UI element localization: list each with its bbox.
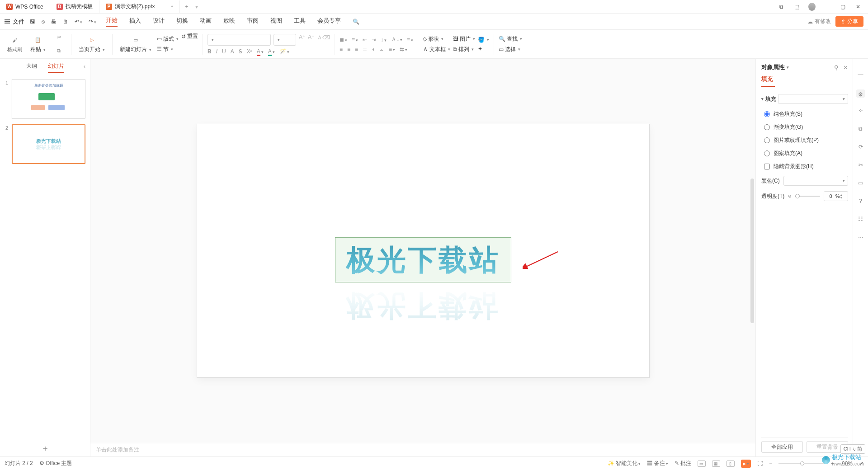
save-icon[interactable]: 🖫: [30, 19, 35, 25]
new-slide[interactable]: ▭新建幻灯片: [117, 35, 154, 53]
color-picker[interactable]: [783, 176, 848, 186]
file-menu[interactable]: 文件: [13, 18, 24, 26]
rail-more-icon[interactable]: ⋯: [858, 234, 863, 242]
window-minimize-icon[interactable]: —: [824, 4, 831, 10]
font-size-select[interactable]: [274, 34, 296, 46]
text-direction-button[interactable]: Ａ↓: [391, 36, 402, 43]
font-family-select[interactable]: [208, 34, 271, 46]
zoom-out-icon[interactable]: −: [769, 461, 772, 467]
line-spacing-button[interactable]: ↕: [381, 37, 387, 43]
hamburger-icon[interactable]: [5, 19, 10, 24]
cloud-modify[interactable]: ☁ 有修改: [807, 18, 831, 25]
align-center-button[interactable]: ≡: [347, 46, 350, 52]
smart-beautify[interactable]: ✨ 智能美化: [608, 460, 641, 467]
fit-window-icon[interactable]: ⛶: [757, 461, 763, 467]
window-pip-icon[interactable]: ⧉: [778, 4, 785, 10]
align-right-button[interactable]: ≡: [355, 46, 358, 52]
rail-screen-icon[interactable]: ▭: [858, 180, 863, 188]
tab-menu-caret[interactable]: ▾: [195, 4, 198, 10]
pin-icon[interactable]: ⚲: [834, 64, 839, 71]
app-tab-template[interactable]: D 找稿壳模板: [50, 0, 99, 13]
paste-button[interactable]: 📋粘贴: [28, 35, 48, 53]
status-notes[interactable]: ☰ 备注: [647, 460, 668, 467]
indent-dec-button[interactable]: ⇤: [363, 37, 367, 43]
preview-icon[interactable]: 🗎: [63, 19, 68, 25]
text-effects-button[interactable]: 🪄: [279, 48, 289, 55]
fill-preset-select[interactable]: [778, 94, 848, 104]
window-maximize-icon[interactable]: ▢: [839, 4, 846, 10]
zoom-slider[interactable]: [778, 463, 824, 464]
view-normal-icon[interactable]: ▭: [698, 461, 706, 467]
rail-collapse-icon[interactable]: —: [858, 71, 863, 80]
rail-style-icon[interactable]: ✧: [859, 108, 863, 116]
section-select[interactable]: ☰ 节: [157, 46, 179, 53]
rail-tools-icon[interactable]: ✂: [859, 162, 863, 170]
window-cube-icon[interactable]: ⬚: [793, 4, 800, 10]
window-close-icon[interactable]: ✕: [854, 4, 862, 10]
menu-show[interactable]: 放映: [223, 17, 235, 26]
redo-button[interactable]: ↷: [89, 19, 96, 25]
app-tab-file[interactable]: P 演示文稿(2).pptx •: [99, 0, 180, 13]
notes-placeholder[interactable]: 单击此处添加备注: [90, 443, 755, 456]
layout-select[interactable]: ▭ 版式: [157, 35, 179, 43]
fill-gradient-radio[interactable]: 渐变填充(G): [761, 123, 848, 131]
slide-canvas[interactable]: 极光下载站 极光下载站: [197, 124, 649, 377]
format-painter[interactable]: 🖌格式刷: [5, 35, 25, 53]
canvas-scrollbar[interactable]: [750, 59, 754, 443]
menu-design[interactable]: 设计: [153, 17, 165, 26]
strike-button[interactable]: S̶: [239, 48, 242, 55]
status-comments[interactable]: ✎ 批注: [675, 460, 691, 467]
rail-help-icon[interactable]: ?: [859, 198, 862, 206]
effects-picker[interactable]: ✦: [478, 46, 489, 52]
apply-all-button[interactable]: 全部应用: [761, 441, 803, 453]
play-button[interactable]: ▶: [741, 460, 751, 468]
picture-button[interactable]: 🖼 图片: [453, 35, 475, 43]
align-justify-button[interactable]: ≣: [363, 46, 367, 52]
textbox-button[interactable]: Ａ 文本框: [423, 46, 450, 53]
menu-start[interactable]: 开始: [106, 16, 118, 27]
reset-button[interactable]: ↺ 重置: [181, 33, 198, 40]
fill-picker[interactable]: 🪣: [478, 37, 489, 43]
select-button[interactable]: ▭ 选择: [499, 46, 522, 53]
app-tab-wps[interactable]: W WPS Office: [0, 0, 50, 13]
arrange-button[interactable]: ⧉ 排列: [453, 46, 475, 53]
menu-insert[interactable]: 插入: [129, 17, 141, 26]
indent-inc-button[interactable]: ⇥: [372, 37, 376, 43]
align-left-button[interactable]: ≡: [340, 46, 343, 52]
numbering-button[interactable]: ≡: [352, 37, 358, 43]
font-color-button[interactable]: A: [257, 48, 264, 55]
from-current[interactable]: ▷当页开始: [76, 35, 108, 53]
spacing-button[interactable]: ⇆: [400, 46, 407, 52]
shadow-button[interactable]: A: [231, 48, 234, 55]
undo-button[interactable]: ↶: [75, 19, 82, 25]
status-theme[interactable]: ⚙ Office 主题: [39, 460, 72, 467]
rail-settings-icon[interactable]: ⚙: [856, 89, 865, 98]
columns-button[interactable]: ≡: [389, 46, 395, 52]
menu-transition[interactable]: 切换: [176, 17, 188, 26]
opacity-value[interactable]: 0 %▴▾: [824, 191, 848, 201]
share-button[interactable]: ⇪ 分享: [835, 16, 863, 27]
export-icon[interactable]: ⎋: [42, 19, 45, 25]
left-tab-slides[interactable]: 幻灯片: [48, 62, 64, 73]
italic-button[interactable]: I: [216, 48, 217, 55]
fill-solid-radio[interactable]: 纯色填充(S): [761, 110, 848, 118]
menu-view[interactable]: 视图: [270, 17, 282, 26]
panel-collapse-icon[interactable]: ‹: [84, 63, 85, 71]
menu-vip[interactable]: 会员专享: [317, 17, 341, 26]
fill-texture-radio[interactable]: 图片或纹理填充(P): [761, 136, 848, 144]
user-avatar[interactable]: [808, 3, 816, 11]
view-reading-icon[interactable]: ▯: [726, 461, 735, 467]
fill-pattern-radio[interactable]: 图案填充(A): [761, 150, 848, 157]
underline-button[interactable]: U: [222, 48, 226, 55]
close-panel-icon[interactable]: ✕: [843, 64, 848, 71]
shape-button[interactable]: ◇ 形状: [423, 35, 450, 43]
rail-assets-icon[interactable]: ☷: [858, 216, 863, 224]
ime-indicator[interactable]: CH ♫ 简: [840, 444, 865, 454]
print-icon[interactable]: 🖶: [51, 19, 57, 25]
tab-add-button[interactable]: ＋: [180, 3, 193, 10]
rail-layers-icon[interactable]: ⧉: [859, 126, 863, 134]
menu-tools[interactable]: 工具: [294, 17, 306, 26]
clear-format-icon[interactable]: Ａ⌫: [317, 34, 330, 46]
find-button[interactable]: 🔍 查找: [499, 35, 522, 43]
hide-bg-checkbox[interactable]: 隐藏背景图形(H): [761, 163, 848, 170]
